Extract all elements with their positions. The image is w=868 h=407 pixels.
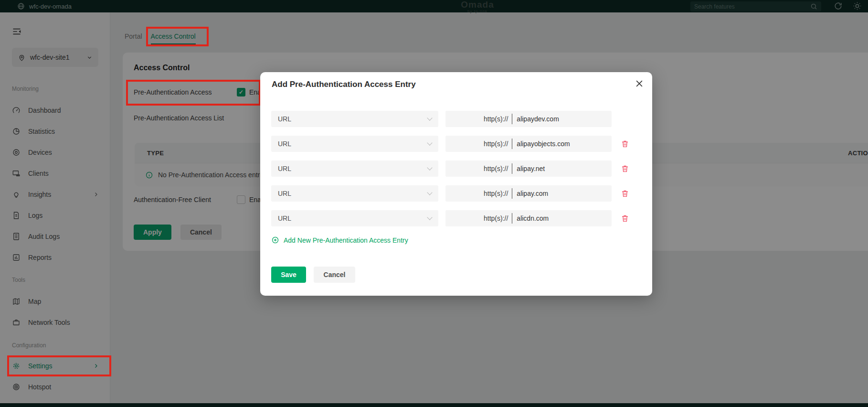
delete-entry-icon[interactable] — [621, 189, 629, 198]
url-prefix: http(s):// — [484, 190, 508, 197]
url-inputbox[interactable]: http(s):// — [445, 185, 612, 202]
add-pre-auth-entry-dialog: Add Pre-Authentication Access Entry URL … — [260, 72, 652, 296]
delete-entry-icon[interactable] — [621, 214, 629, 223]
chevron-down-icon — [427, 190, 432, 195]
url-prefix: http(s):// — [484, 115, 508, 123]
entry-type-select[interactable]: URL — [271, 210, 438, 226]
url-input[interactable] — [517, 190, 606, 197]
url-prefix: http(s):// — [484, 214, 508, 222]
dialog-cancel-button[interactable]: Cancel — [314, 267, 355, 283]
entry-type-value: URL — [278, 115, 428, 123]
entry-row: URL http(s):// — [271, 185, 629, 202]
entry-row: URL http(s):// — [271, 210, 629, 226]
entry-type-select[interactable]: URL — [271, 185, 438, 202]
entry-type-value: URL — [278, 214, 428, 222]
chevron-down-icon — [427, 165, 432, 170]
url-prefix: http(s):// — [484, 165, 508, 172]
entry-type-select[interactable]: URL — [271, 136, 438, 152]
url-prefix: http(s):// — [484, 140, 508, 148]
chevron-down-icon — [427, 214, 432, 220]
input-divider — [512, 114, 512, 124]
entry-type-value: URL — [278, 140, 428, 148]
plus-circle-icon — [271, 236, 279, 244]
add-new-entry-label: Add New Pre-Authentication Access Entry — [284, 236, 408, 244]
chevron-down-icon — [427, 140, 432, 145]
url-input[interactable] — [517, 165, 606, 172]
entry-type-select[interactable]: URL — [271, 161, 438, 177]
url-inputbox[interactable]: http(s):// — [445, 136, 612, 152]
input-divider — [512, 213, 512, 224]
entry-row: URL http(s):// — [271, 161, 629, 177]
close-icon[interactable] — [635, 79, 645, 89]
add-new-entry-link[interactable]: Add New Pre-Authentication Access Entry — [271, 236, 408, 244]
entry-type-value: URL — [278, 165, 428, 172]
dialog-actions: Save Cancel — [271, 267, 355, 283]
delete-entry-icon[interactable] — [621, 139, 629, 148]
input-divider — [512, 188, 512, 199]
entry-type-select[interactable]: URL — [271, 111, 438, 127]
url-input[interactable] — [517, 214, 606, 222]
url-inputbox[interactable]: http(s):// — [445, 161, 612, 177]
entry-row: URL http(s):// — [271, 111, 612, 127]
input-divider — [512, 163, 512, 174]
url-inputbox[interactable]: http(s):// — [445, 210, 612, 226]
url-input[interactable] — [517, 115, 606, 123]
save-button[interactable]: Save — [271, 267, 306, 283]
dialog-title: Add Pre-Authentication Access Entry — [272, 80, 416, 89]
entry-row: URL http(s):// — [271, 136, 629, 152]
input-divider — [512, 139, 512, 149]
omada-controller-screen: wfc-dev-omada Omada by tp-link wfc-dev — [0, 0, 868, 407]
entry-type-value: URL — [278, 190, 428, 197]
chevron-down-icon — [427, 115, 432, 120]
delete-entry-icon[interactable] — [621, 164, 629, 173]
url-input[interactable] — [517, 140, 606, 148]
url-inputbox[interactable]: http(s):// — [445, 111, 612, 127]
